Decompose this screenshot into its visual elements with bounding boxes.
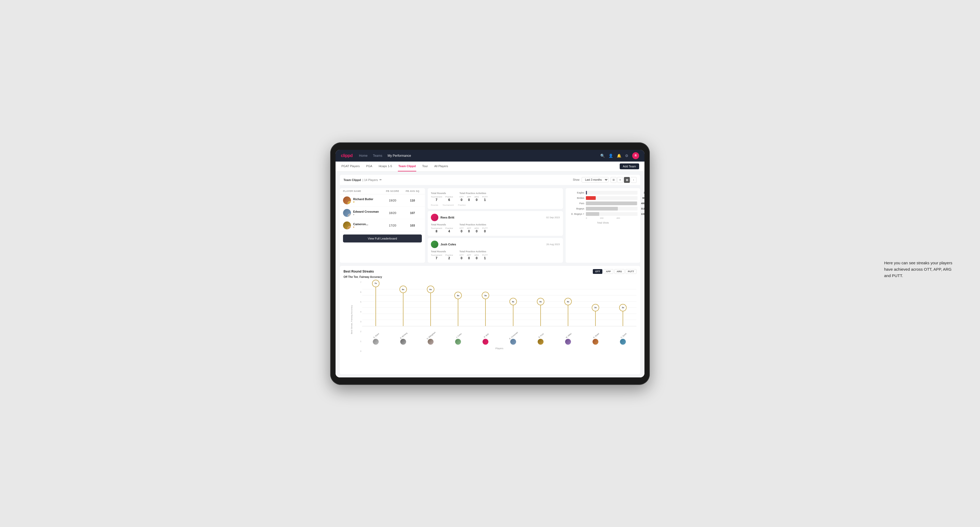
player-avg: 103 bbox=[403, 224, 422, 227]
player-avatar bbox=[428, 339, 434, 344]
player-name-label: E. Ebert bbox=[373, 332, 379, 338]
table-row: 2 Edward Crossman ♦ 18/20 107 bbox=[340, 207, 425, 219]
streak-bubble: 4x bbox=[537, 298, 544, 305]
chart-bars: Eagles 3 Birdies 96 bbox=[568, 191, 638, 216]
player-avatar bbox=[620, 339, 626, 344]
x-tick-400: 400 bbox=[616, 217, 620, 219]
table-view-icon[interactable]: ↕ bbox=[631, 177, 636, 183]
team-controls: Show Last 3 months ⊞ ≡ ▦ ↕ bbox=[573, 177, 636, 183]
avatar: 1 bbox=[343, 197, 351, 205]
player-card-josh-coles[interactable]: Josh Coles 26 Aug 2023 Total Rounds Tour… bbox=[428, 238, 563, 263]
app-logo: clippd bbox=[341, 153, 353, 158]
player-name: Edward Crossman bbox=[353, 210, 379, 213]
player-name-label: C. Quick bbox=[620, 332, 627, 338]
streak-col-butler: 3x R. Butler bbox=[582, 284, 609, 326]
streak-bar bbox=[375, 284, 376, 326]
streaks-subtitle: Off The Tee, Fairway Accuracy bbox=[344, 275, 636, 278]
player-avatar bbox=[373, 339, 379, 344]
bar-track: 3 bbox=[586, 191, 638, 195]
list-view-icon[interactable]: ≡ bbox=[617, 177, 623, 183]
col-pb-score: PB SCORE bbox=[382, 190, 403, 192]
tablet-screen: clippd Home Teams My Performance 🔍 👤 🔔 ⚙… bbox=[336, 150, 644, 378]
player-name-label: M. Miller bbox=[565, 332, 572, 338]
streak-bubble: 6x bbox=[427, 286, 434, 293]
player-name-label: R. Britt bbox=[483, 333, 489, 338]
nav-my-performance[interactable]: My Performance bbox=[387, 153, 411, 159]
player-avatar bbox=[593, 339, 598, 344]
streak-bar bbox=[485, 295, 486, 326]
player-card-rees-britt[interactable]: Rees Britt 02 Sep 2023 Total Rounds Tour… bbox=[428, 211, 563, 236]
bell-icon[interactable]: 🔔 bbox=[617, 154, 621, 158]
bar-label: D. Bogeys + bbox=[568, 213, 584, 215]
search-icon[interactable]: 🔍 bbox=[600, 154, 605, 158]
view-full-leaderboard-button[interactable]: View Full Leaderboard bbox=[343, 235, 422, 243]
bar-fill bbox=[586, 196, 596, 200]
streak-col-crossman: 4x E. Crossman bbox=[500, 284, 527, 326]
player-avg: 110 bbox=[403, 199, 422, 202]
add-team-button[interactable]: Add Team bbox=[620, 163, 639, 169]
bar-row-eagles: Eagles 3 bbox=[568, 191, 638, 195]
table-row: 1 Richard Butler ♥ 19/20 110 bbox=[340, 194, 425, 207]
y-axis-label: Best Streak, Fairway Accuracy bbox=[350, 318, 353, 334]
bar-row-birdies: Birdies 96 bbox=[568, 196, 638, 200]
bar-label: Pars bbox=[568, 202, 584, 205]
tab-tour[interactable]: Tour bbox=[422, 161, 428, 171]
tab-all-players[interactable]: All Players bbox=[434, 161, 449, 171]
player-avatar bbox=[538, 339, 544, 344]
bar-value: 96 bbox=[642, 197, 644, 199]
edit-icon[interactable]: ✏ bbox=[379, 178, 382, 181]
streak-col-miller: 4x M. Miller bbox=[554, 284, 581, 326]
practice-activities-group: Total Practice Activities OTT 0 APP 0 bbox=[460, 192, 488, 202]
settings-icon[interactable]: ⚙ bbox=[625, 154, 628, 158]
streak-col-ebert: 7x E. Ebert bbox=[362, 284, 389, 326]
bar-value: 499 bbox=[641, 202, 644, 205]
user-icon[interactable]: 👤 bbox=[609, 154, 613, 158]
grid-view-icon[interactable]: ⊞ bbox=[611, 177, 616, 183]
card-player-info: Rees Britt bbox=[431, 214, 454, 221]
col-pb-avg: PB AVG SQ bbox=[403, 190, 422, 192]
player-info: 3 Cameron... ♦ bbox=[343, 221, 382, 229]
chart-panel: Eagles 3 Birdies 96 bbox=[566, 188, 640, 263]
y-axis-ticks: 7 6 5 4 3 2 1 0 bbox=[358, 281, 361, 352]
tab-team-clippd[interactable]: Team Clippd bbox=[398, 161, 416, 171]
player-info: 2 Edward Crossman ♦ bbox=[343, 209, 382, 217]
bar-track: 131 bbox=[586, 212, 638, 216]
player-name: Rees Britt bbox=[441, 216, 454, 219]
player-name: Josh Coles bbox=[441, 243, 456, 246]
filter-ott[interactable]: OTT bbox=[593, 269, 602, 274]
streak-col-ford: 4x B. Ford bbox=[527, 284, 554, 326]
bar-label: Bogeys bbox=[568, 207, 584, 210]
nav-bar: clippd Home Teams My Performance 🔍 👤 🔔 ⚙… bbox=[336, 150, 644, 162]
x-tick-0: 0 bbox=[586, 217, 587, 219]
bar-value: 311 bbox=[641, 207, 644, 210]
time-filter-dropdown[interactable]: Last 3 months bbox=[582, 177, 609, 183]
bar-fill bbox=[586, 191, 587, 195]
filter-app[interactable]: APP bbox=[603, 269, 613, 274]
tab-pgat-players[interactable]: PGAT Players bbox=[341, 161, 360, 171]
avatar bbox=[431, 214, 438, 221]
streaks-filters: OTT APP ARG PUTT bbox=[593, 269, 636, 274]
chart-view-icon[interactable]: ▦ bbox=[624, 177, 630, 183]
nav-home[interactable]: Home bbox=[359, 153, 368, 159]
player-name-label: B. McHerg bbox=[400, 332, 408, 339]
nav-teams[interactable]: Teams bbox=[373, 153, 382, 159]
bar-row-bogeys: Bogeys 311 bbox=[568, 207, 638, 211]
bar-row-pars: Pars 499 bbox=[568, 202, 638, 205]
col-player-name: PLAYER NAME bbox=[343, 190, 382, 192]
player-name-label: D. Billingham bbox=[426, 331, 436, 340]
avatar[interactable]: R bbox=[632, 152, 639, 159]
filter-putt[interactable]: PUTT bbox=[625, 269, 637, 274]
filter-arg[interactable]: ARG bbox=[614, 269, 625, 274]
tab-pga[interactable]: PGA bbox=[366, 161, 373, 171]
streaks-header: Best Round Streaks OTT APP ARG PUTT bbox=[344, 269, 636, 274]
chart-x-label: Total Shots bbox=[568, 221, 638, 224]
player-score: 19/20 bbox=[382, 199, 403, 202]
main-content: Team Clippd | 14 Players ✏ Show Last 3 m… bbox=[336, 171, 644, 378]
leaderboard-panel: PLAYER NAME PB SCORE PB AVG SQ 1 Ri bbox=[340, 188, 425, 263]
tab-hcaps[interactable]: Hcaps 1-5 bbox=[378, 161, 393, 171]
view-icons: ⊞ ≡ ▦ ↕ bbox=[611, 177, 636, 183]
streak-col-coles: 5x J. Coles bbox=[445, 284, 472, 326]
total-rounds-group: Total Rounds Tournament 7 Practice 6 bbox=[431, 192, 453, 202]
bar-track: 311 bbox=[586, 207, 638, 211]
streak-col-mcherg: 6x B. McHerg bbox=[390, 284, 417, 326]
